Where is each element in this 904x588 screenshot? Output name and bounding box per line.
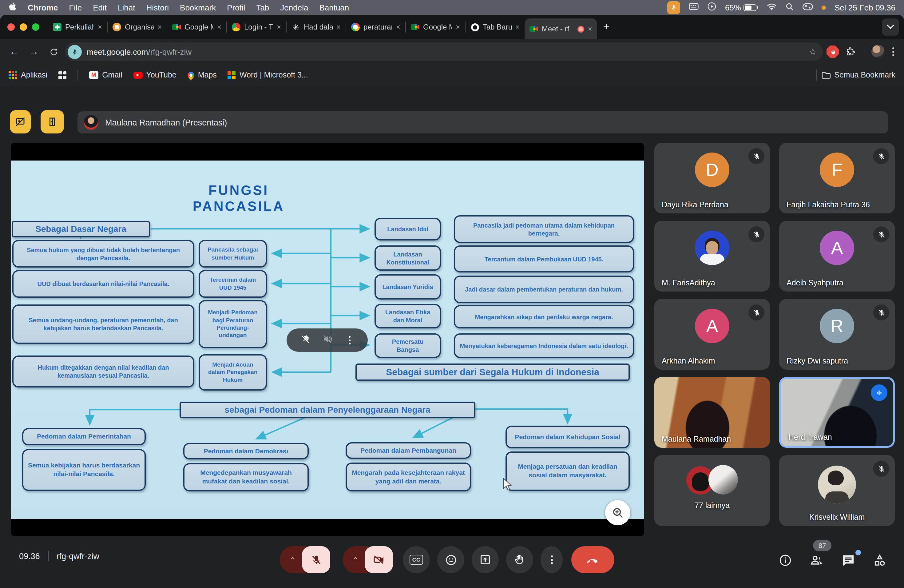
present-now-button[interactable]	[472, 546, 499, 573]
captions-button[interactable]: CC	[403, 546, 430, 573]
presenter-banner[interactable]: Maulana Ramadhan (Presentasi)	[77, 111, 888, 133]
sidebar-toggle-button[interactable]	[41, 110, 64, 133]
tab-login-tink[interactable]: Login - Tink×	[227, 15, 286, 40]
overflow-count-label: 77 lainnya	[654, 501, 770, 510]
close-window-button[interactable]	[7, 24, 15, 31]
menubar-item-histori[interactable]: Histori	[146, 3, 169, 12]
url-bar[interactable]: meet.google.com/rfg-qwfr-ziw ☆	[65, 43, 823, 61]
tab-organisasi[interactable]: OrganisasiD×	[107, 15, 167, 40]
menubar-item-tab[interactable]: Tab	[256, 3, 269, 12]
menubar-item-jendela[interactable]: Jendela	[280, 3, 308, 12]
close-tab-icon[interactable]: ×	[337, 23, 341, 32]
raise-hand-button[interactable]	[506, 546, 533, 573]
battery-indicator[interactable]: 65%	[725, 3, 758, 12]
menubar-item-bookmark[interactable]: Bookmark	[180, 3, 216, 12]
wifi-icon[interactable]	[767, 3, 777, 12]
participant-tile-video-speaking[interactable]: Herdi Irawan	[779, 377, 895, 448]
participant-tile[interactable]: F Faqih Lakaisha Putra 36	[779, 143, 895, 213]
bookmark-youtube[interactable]: YouTube	[133, 71, 176, 79]
mic-control[interactable]: ⌃	[280, 546, 330, 573]
zoom-window-button[interactable]	[32, 24, 40, 31]
tab-peraturan[interactable]: peraturan pu×	[346, 15, 405, 40]
tab-had-dalam[interactable]: ✳ Had dalam k×	[286, 15, 346, 40]
menubar-item-bantuan[interactable]: Bantuan	[319, 3, 349, 12]
tile-hover-controls	[286, 329, 368, 352]
leave-call-button[interactable]	[571, 546, 614, 573]
close-tab-icon[interactable]: ×	[396, 23, 400, 32]
extensions-icon[interactable]	[842, 44, 858, 60]
meeting-details-button[interactable]	[777, 552, 793, 568]
participant-name: M. FarisAdithya	[662, 279, 715, 287]
tab-google-meet-2[interactable]: Google Mee×	[406, 15, 465, 40]
spotlight-search-icon[interactable]	[785, 2, 794, 13]
reload-button[interactable]	[46, 44, 62, 60]
show-everyone-button[interactable]	[809, 552, 825, 568]
tab-tab-baru[interactable]: Tab Baru×	[466, 15, 525, 40]
close-tab-icon[interactable]: ×	[157, 23, 162, 32]
close-tab-icon[interactable]: ×	[277, 23, 281, 32]
avatar-photo	[818, 466, 856, 504]
close-tab-icon[interactable]: ×	[98, 23, 102, 32]
menubar-item-edit[interactable]: Edit	[93, 3, 107, 12]
new-tab-button[interactable]: +	[603, 21, 609, 33]
bookmark-word[interactable]: Word | Microsoft 3...	[228, 71, 308, 79]
back-button[interactable]: ←	[6, 44, 22, 60]
participant-tile[interactable]: D Dayu Rika Perdana	[654, 143, 770, 213]
tab-perkuliahan[interactable]: Perkuliahan2×	[48, 15, 107, 40]
meeting-clock: 09.36	[19, 552, 40, 561]
reading-list-icon[interactable]	[58, 71, 66, 79]
apple-menu-icon[interactable]	[9, 2, 17, 13]
tink-favicon	[232, 23, 240, 32]
camera-off-icon	[373, 553, 385, 566]
bookmark-aplikasi[interactable]: Aplikasi	[9, 71, 47, 79]
zoom-in-button[interactable]	[605, 500, 631, 525]
activities-button[interactable]	[871, 552, 887, 568]
bookmark-gmail[interactable]: M Gmail	[89, 71, 122, 79]
close-tab-icon[interactable]: ×	[456, 23, 460, 32]
menubar-clock[interactable]: Sel 25 Feb 09.36	[834, 3, 895, 12]
close-tab-icon[interactable]: ×	[217, 23, 221, 32]
tile-more-options-icon[interactable]	[345, 336, 354, 345]
meet-main: Maulana Ramadhan (Presentasi)	[0, 86, 904, 588]
minimize-window-button[interactable]	[20, 24, 27, 31]
tab-google-meet-1[interactable]: Google Mee×	[167, 15, 226, 40]
menubar-item-file[interactable]: File	[69, 3, 82, 12]
participant-tile[interactable]: R Rizky Dwi saputra	[779, 299, 895, 370]
participant-tile-video[interactable]: Maulana Ramadhan	[654, 377, 770, 448]
now-playing-icon[interactable]	[707, 2, 716, 13]
participant-tile[interactable]: Krisvelix William	[779, 455, 895, 526]
adblock-extension-icon[interactable]	[827, 46, 839, 58]
forward-button[interactable]: →	[26, 44, 42, 60]
reactions-button[interactable]	[437, 546, 464, 573]
avatar-photo	[695, 231, 729, 265]
more-options-icon	[547, 555, 556, 564]
menubar-item-lihat[interactable]: Lihat	[118, 3, 135, 12]
participant-tile[interactable]: M. FarisAdithya	[654, 221, 770, 292]
camera-off-button[interactable]	[365, 546, 393, 573]
all-bookmarks-button[interactable]: Semua Bookmark	[821, 71, 895, 79]
bookmark-star-icon[interactable]: ☆	[809, 47, 817, 57]
presentation-stage[interactable]: FUNGSI PANCASILA Sebagai Dasar Negara Se…	[11, 143, 644, 536]
camera-control[interactable]: ⌃	[343, 546, 393, 573]
tab-search-chevron-button[interactable]	[882, 19, 899, 36]
browser-menu-icon[interactable]	[889, 47, 898, 56]
participant-tile[interactable]: A Arkhan Alhakim	[654, 299, 770, 370]
bookmark-maps[interactable]: Maps	[188, 71, 217, 79]
keyboard-brightness-icon[interactable]	[689, 2, 699, 12]
menubar-item-profil[interactable]: Profil	[227, 3, 245, 12]
close-tab-icon[interactable]: ×	[515, 23, 520, 32]
participant-tile[interactable]: A Adeib Syahputra	[779, 221, 895, 292]
unpin-icon[interactable]	[300, 334, 311, 346]
mic-muted-button[interactable]	[302, 546, 330, 573]
control-center-icon[interactable]	[803, 3, 813, 12]
menubar-mic-active-icon[interactable]	[667, 1, 680, 14]
close-tab-icon[interactable]: ×	[588, 25, 592, 33]
overflow-participants-tile[interactable]: 77 lainnya	[654, 455, 770, 526]
menubar-item-chrome[interactable]: Chrome	[28, 3, 58, 12]
presentation-mode-button[interactable]	[10, 110, 31, 133]
profile-avatar[interactable]	[871, 45, 885, 58]
mic-permission-icon[interactable]	[68, 44, 82, 59]
tab-meet-active[interactable]: Meet - rf ×	[525, 19, 597, 40]
more-options-button[interactable]	[541, 546, 563, 573]
chat-button[interactable]	[840, 552, 856, 568]
